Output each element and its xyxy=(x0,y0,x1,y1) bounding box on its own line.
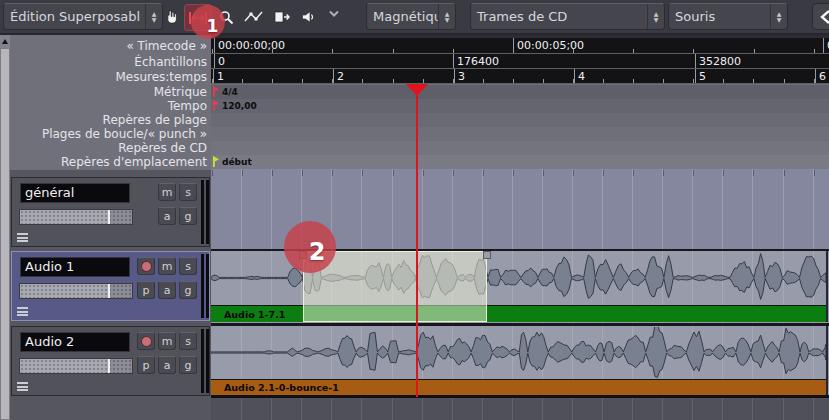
ruler-label-loop: Plages de boucle/« punch » xyxy=(42,127,207,141)
ruler-tick xyxy=(393,170,394,176)
beat-gridline xyxy=(422,169,423,249)
mouse-mode-dropdown[interactable]: Souris ▲▼ xyxy=(668,3,788,30)
track-header-audio2[interactable]: Audio 2 m s p a g xyxy=(11,326,210,396)
resize-grip-icon[interactable] xyxy=(17,382,28,391)
audio1-region-edge[interactable] xyxy=(826,251,828,322)
record-arm-button[interactable] xyxy=(137,257,155,275)
mute-button[interactable]: m xyxy=(158,332,176,350)
range-markers-row[interactable] xyxy=(211,113,829,127)
playlist-button[interactable]: p xyxy=(137,281,155,299)
edit-mode-dropdown[interactable]: Édition Superposabl ▲▼ xyxy=(3,3,163,30)
beat-gridline xyxy=(692,398,693,420)
solo-button[interactable]: s xyxy=(179,257,197,275)
nudge-left-button[interactable] xyxy=(812,3,829,30)
ruler-tick xyxy=(573,170,574,176)
track-name-field[interactable]: Audio 2 xyxy=(20,332,130,352)
speaker-icon xyxy=(301,10,315,24)
beat-gridline xyxy=(452,398,453,420)
audio2-region-bar[interactable]: Audio 2.1-0-bounce-1 xyxy=(211,379,826,395)
automation-button[interactable]: a xyxy=(158,207,176,225)
gain-fader[interactable] xyxy=(19,283,133,299)
tempo-marker-flag[interactable] xyxy=(213,100,219,111)
group-button[interactable]: g xyxy=(179,356,197,374)
loop-punch-row[interactable] xyxy=(211,127,829,141)
beat-gridline xyxy=(482,169,483,249)
ruler-tick xyxy=(784,79,785,83)
toolbar: Édition Superposabl ▲▼ Magnétique ▲▼ xyxy=(0,0,829,35)
gain-fader[interactable] xyxy=(19,209,133,225)
playhead-line[interactable] xyxy=(416,84,418,397)
resize-grip-icon[interactable] xyxy=(17,307,28,316)
level-meter xyxy=(201,329,204,393)
vertical-scrollbar[interactable] xyxy=(0,35,10,420)
spinner-icon: ▲▼ xyxy=(438,4,455,29)
draw-tool-button[interactable] xyxy=(241,5,267,29)
group-button[interactable]: g xyxy=(179,281,197,299)
tools-expand-button[interactable] xyxy=(326,2,342,26)
resize-grip-icon[interactable] xyxy=(17,233,28,242)
ruler-tick xyxy=(272,49,273,53)
playlist-button[interactable]: p xyxy=(137,356,155,374)
tempo-marker-row[interactable]: 120,00 xyxy=(211,99,829,113)
ruler-tick xyxy=(513,49,514,53)
track-header-audio1[interactable]: Audio 1 m s p a g xyxy=(11,251,210,321)
cd-markers-row[interactable] xyxy=(211,141,829,155)
snap-mode-dropdown[interactable]: Magnétique ▲▼ xyxy=(366,3,456,30)
scrollbar-thumb[interactable] xyxy=(0,48,10,420)
ruler-tick xyxy=(272,79,273,83)
ruler-tick xyxy=(693,49,694,53)
beat-gridline xyxy=(542,398,543,420)
gain-fader[interactable] xyxy=(19,358,133,374)
beat-gridline xyxy=(722,398,723,420)
audio2-region-edge[interactable] xyxy=(826,326,828,395)
beat-gridline xyxy=(422,398,423,420)
beat-gridline xyxy=(361,398,362,420)
scroll-up-button[interactable] xyxy=(0,35,10,48)
beat-gridline xyxy=(392,398,393,420)
grid-unit-dropdown[interactable]: Trames de CD ▲▼ xyxy=(470,3,665,30)
timefx-tool-button[interactable] xyxy=(271,5,295,29)
timecode-ruler[interactable]: 00:00:00;0000:00:05;0000 xyxy=(211,38,829,54)
track-name-field[interactable]: Audio 1 xyxy=(20,257,130,277)
ruler-tick xyxy=(693,170,694,176)
ruler-tick xyxy=(814,79,815,83)
fader-tail xyxy=(110,284,132,298)
polyline-icon xyxy=(243,10,265,24)
ruler-mark: 352800 xyxy=(695,54,741,68)
solo-button[interactable]: s xyxy=(179,183,197,201)
meter-marker-flag[interactable] xyxy=(213,86,219,97)
track-name-field[interactable]: général xyxy=(20,183,130,203)
ruler-tick xyxy=(513,79,514,83)
ruler-mark: 2 xyxy=(333,69,344,83)
track-header-general[interactable]: général m s a g xyxy=(11,177,210,247)
automation-button[interactable]: a xyxy=(158,281,176,299)
empty-canvas-area[interactable] xyxy=(211,398,829,420)
audition-tool-button[interactable] xyxy=(299,5,317,29)
track-header-column: général m s a g Audio 1 m s p a xyxy=(10,170,211,420)
automation-button[interactable]: a xyxy=(158,356,176,374)
mute-button[interactable]: m xyxy=(158,257,176,275)
stretch-icon xyxy=(274,10,292,24)
beat-gridline xyxy=(692,169,693,249)
ruler-mark: 5 xyxy=(695,69,706,83)
location-marker-flag[interactable] xyxy=(213,156,219,167)
ruler-label-column: « Timecode » Échantillons Mesures:temps … xyxy=(10,35,211,170)
group-button[interactable]: g xyxy=(179,207,197,225)
meter-marker-row[interactable]: 4/4 xyxy=(211,85,829,99)
solo-button[interactable]: s xyxy=(179,332,197,350)
canvas-top-ticks xyxy=(211,169,829,176)
record-arm-button[interactable] xyxy=(137,332,155,350)
location-marker-label: début xyxy=(222,156,252,168)
ruler-tick xyxy=(242,79,243,83)
selection-end-handle[interactable] xyxy=(483,251,491,259)
ruler-tick xyxy=(362,79,363,83)
location-markers-row[interactable]: début xyxy=(211,155,829,169)
ruler-mark: 0 xyxy=(214,54,225,68)
bars-beats-ruler[interactable]: 123456 xyxy=(211,69,829,84)
ruler-tick xyxy=(302,79,303,83)
grab-tool-button[interactable] xyxy=(160,5,182,29)
track-divider xyxy=(211,323,829,326)
ruler-tick xyxy=(332,79,333,83)
mute-button[interactable]: m xyxy=(158,183,176,201)
samples-ruler[interactable]: 0176400352800 xyxy=(211,54,829,69)
